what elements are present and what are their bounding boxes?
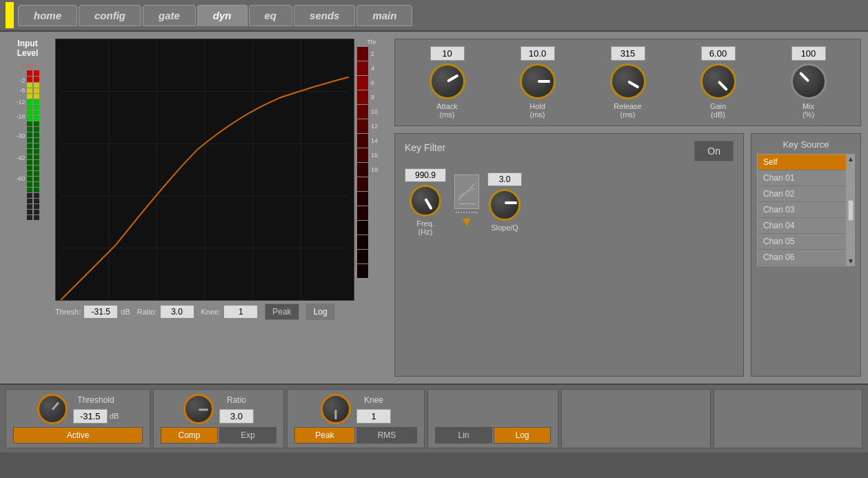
tab-sends[interactable]: sends xyxy=(294,5,355,26)
threshold-unit: dB xyxy=(110,412,119,420)
meter-scale: -2 -6 -12 -18 -30 -42 -60 xyxy=(16,76,25,190)
release-knob[interactable] xyxy=(610,63,646,99)
strip-num-4: 4 xyxy=(371,61,378,76)
lin-button[interactable]: Lin xyxy=(435,427,492,444)
bottom-bar: Threshold -31.5 dB Active Ratio 3.0 Comp… xyxy=(0,384,868,452)
log-toggle[interactable]: Log xyxy=(306,303,335,320)
level-strip-bars xyxy=(357,47,368,278)
peak-toggle[interactable]: Peak xyxy=(265,303,299,320)
slope-label: Slope/Q xyxy=(491,223,518,232)
mix-label: Mix(%) xyxy=(803,102,814,119)
strip-num-2: 2 xyxy=(371,47,378,61)
right-section: 10 Attack(ms) 10.0 Hold(ms) 315 xyxy=(394,39,861,377)
freq-knob-group: 990.9 Freq.(Hz) xyxy=(405,168,446,236)
thresh-section: Thresh: -31.5 dB xyxy=(55,305,130,319)
thresh-unit: dB xyxy=(121,308,130,316)
key-filter-title: Key Filter xyxy=(405,142,445,153)
ratio-title: Ratio xyxy=(227,395,246,405)
ratio-knob[interactable] xyxy=(183,394,214,424)
scale-minus12: -12 xyxy=(16,95,25,110)
slope-knob[interactable] xyxy=(489,189,521,221)
graph-canvas xyxy=(55,39,354,301)
tab-gate[interactable]: gate xyxy=(143,5,196,26)
freq-value[interactable]: 990.9 xyxy=(405,168,446,182)
tab-config[interactable]: config xyxy=(79,5,141,26)
ratio-value-display[interactable]: 3.0 xyxy=(219,409,254,424)
tab-main[interactable]: main xyxy=(356,5,412,26)
thresh-value[interactable]: -31.5 xyxy=(83,305,118,319)
knee-knob[interactable] xyxy=(321,394,351,424)
knee-title: Knee xyxy=(364,395,383,405)
attack-knob-group: 10 Attack(ms) xyxy=(430,46,465,119)
attack-value[interactable]: 10 xyxy=(430,46,465,61)
scale-minus60: -60 xyxy=(16,168,25,190)
key-source: Key Source Self Chan 01 Chan 02 Chan 03 … xyxy=(751,133,861,377)
knee-values: Knee 1 xyxy=(356,395,391,424)
mix-knob-group: 100 Mix(%) xyxy=(791,46,827,119)
freq-label: Freq.(Hz) xyxy=(416,219,434,236)
linlog-panel: Lin Log xyxy=(427,389,558,448)
attack-label: Attack(ms) xyxy=(436,102,458,119)
key-source-scrollbar[interactable]: ▲ ▼ xyxy=(847,154,855,266)
tab-home[interactable]: home xyxy=(18,5,77,26)
slope-value[interactable]: 3.0 xyxy=(487,172,522,186)
key-source-chan06[interactable]: Chan 06 xyxy=(758,250,846,266)
knee-value-display[interactable]: 1 xyxy=(356,409,391,424)
filter-icon xyxy=(454,175,479,209)
filter-svg xyxy=(456,177,478,206)
key-source-wrapper: Self Chan 01 Chan 02 Chan 03 Chan 04 Cha… xyxy=(757,154,855,266)
svg-line-10 xyxy=(458,188,476,197)
gain-knob[interactable] xyxy=(700,63,736,99)
active-button[interactable]: Active xyxy=(13,427,143,444)
nav-tabs: home config gate dyn eq sends main xyxy=(18,5,412,26)
gain-value[interactable]: 6.00 xyxy=(701,46,736,61)
ratio-buttons: Comp Exp xyxy=(161,427,276,444)
key-source-chan01[interactable]: Chan 01 xyxy=(758,170,846,186)
clip-label: Clip xyxy=(22,62,33,69)
graph-area: Thr xyxy=(55,39,386,377)
attack-knob[interactable] xyxy=(430,63,465,99)
key-filter: Key Filter On 990.9 Freq.(Hz) xyxy=(394,133,744,377)
mix-knob[interactable] xyxy=(791,63,827,99)
key-filter-content: 990.9 Freq.(Hz) xyxy=(405,168,734,236)
ratio-content: Ratio 3.0 xyxy=(161,394,276,424)
hold-knob[interactable] xyxy=(520,63,556,99)
scroll-down-icon[interactable]: ▼ xyxy=(847,257,854,265)
strip-numbers: 2 4 6 8 10 12 14 16 18 xyxy=(371,47,378,278)
strip-num-8: 8 xyxy=(371,90,378,105)
key-source-chan05[interactable]: Chan 05 xyxy=(758,234,846,250)
scale-minus2: -2 xyxy=(16,76,25,86)
hold-value[interactable]: 10.0 xyxy=(521,46,555,61)
key-source-self[interactable]: Self xyxy=(758,155,846,170)
arrow-down-icon: ▼ xyxy=(460,213,474,230)
freq-knob[interactable] xyxy=(410,185,441,217)
knee-content: Knee 1 xyxy=(294,394,417,424)
exp-button[interactable]: Exp xyxy=(219,427,276,444)
comp-button[interactable]: Comp xyxy=(161,427,218,444)
ratio-panel: Ratio 3.0 Comp Exp xyxy=(153,389,284,448)
ratio-value[interactable]: 3.0 xyxy=(160,305,194,319)
scale-minus6: -6 xyxy=(16,86,25,95)
knee-value[interactable]: 1 xyxy=(223,305,258,319)
threshold-value[interactable]: -31.5 xyxy=(73,409,108,424)
key-source-chan04[interactable]: Chan 04 xyxy=(758,218,846,234)
key-filter-on-button[interactable]: On xyxy=(694,141,734,161)
gain-knob-group: 6.00 Gain(dB) xyxy=(700,46,736,119)
scroll-up-icon[interactable]: ▲ xyxy=(847,155,854,163)
tab-eq[interactable]: eq xyxy=(249,5,293,26)
key-source-chan03[interactable]: Chan 03 xyxy=(758,202,846,218)
threshold-value-row: -31.5 dB xyxy=(73,409,119,424)
input-level-label: InputLevel xyxy=(17,39,39,58)
scroll-thumb[interactable] xyxy=(848,200,854,221)
tab-dyn[interactable]: dyn xyxy=(197,5,248,26)
peak-button[interactable]: Peak xyxy=(294,427,355,444)
release-value[interactable]: 315 xyxy=(611,46,645,61)
strip-num-12: 12 xyxy=(371,119,378,134)
threshold-panel: Threshold -31.5 dB Active xyxy=(6,389,150,448)
key-source-chan02[interactable]: Chan 02 xyxy=(758,186,846,202)
rms-button[interactable]: RMS xyxy=(356,427,417,444)
mix-value[interactable]: 100 xyxy=(791,46,826,61)
threshold-knob[interactable] xyxy=(37,394,68,424)
log-button[interactable]: Log xyxy=(494,427,551,444)
level-strip-and-numbers: 2 4 6 8 10 12 14 16 18 xyxy=(357,47,386,278)
